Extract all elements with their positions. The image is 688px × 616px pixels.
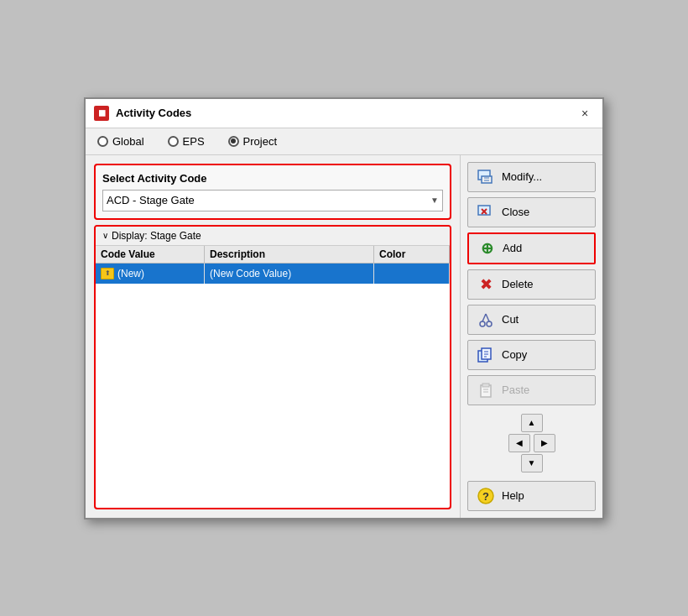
paste-button[interactable]: Paste [467, 375, 596, 405]
chevron-icon: ∨ [102, 231, 108, 240]
col-header-color: Color [374, 246, 450, 263]
main-area: Select Activity Code ACD - Stage Gate ▼ … [86, 155, 602, 518]
arrow-left-button[interactable]: ◀ [508, 434, 530, 452]
svg-text:?: ? [482, 490, 489, 503]
copy-icon [477, 346, 495, 364]
radio-circle-eps [168, 136, 179, 147]
col-header-code: Code Value [96, 246, 205, 263]
app-icon: ◼ [94, 106, 109, 121]
svg-line-9 [482, 314, 486, 321]
table-header: Code Value Description Color [96, 246, 450, 264]
cut-button[interactable]: Cut [467, 305, 596, 335]
help-icon: ? [477, 487, 495, 505]
add-button[interactable]: ⊕ Add [467, 232, 596, 264]
dropdown-arrow-icon: ▼ [430, 196, 439, 205]
delete-icon: ✖ [477, 275, 495, 294]
radio-circle-project [228, 136, 239, 147]
window-close-button[interactable]: × [576, 104, 594, 123]
paste-icon [477, 381, 495, 399]
radio-eps-label: EPS [183, 135, 205, 148]
nav-arrows: ▲ ◀ ▶ ▼ [467, 414, 596, 472]
paste-label: Paste [502, 384, 529, 396]
code-value: (New) [117, 268, 144, 279]
radio-global-label: Global [112, 135, 144, 148]
svg-rect-1 [482, 176, 492, 183]
arrow-up-button[interactable]: ▲ [521, 414, 543, 432]
close-icon [477, 203, 495, 222]
modify-button[interactable]: Modify... [467, 162, 596, 192]
cell-description: (New Code Value) [205, 264, 374, 284]
add-icon: ⊕ [477, 239, 496, 258]
radio-project[interactable]: Project [228, 135, 277, 148]
select-section-label: Select Activity Code [102, 172, 443, 185]
delete-label: Delete [502, 278, 534, 290]
arrow-row-middle: ◀ ▶ [508, 434, 555, 452]
svg-point-7 [480, 321, 485, 326]
close-button[interactable]: Close [467, 197, 596, 227]
title-bar: ◼ Activity Codes × [86, 99, 602, 128]
display-section: ∨ Display: Stage Gate Code Value Descrip… [94, 225, 451, 509]
col-header-description: Description [205, 246, 374, 263]
table-body: (New) (New Code Value) [96, 264, 450, 508]
close-label: Close [502, 206, 529, 218]
arrow-right-button[interactable]: ▶ [534, 434, 555, 452]
activity-codes-dialog: ◼ Activity Codes × Global EPS Project Se… [84, 97, 604, 519]
radio-circle-global [97, 136, 108, 147]
svg-rect-17 [482, 384, 489, 387]
radio-group: Global EPS Project [86, 128, 602, 155]
modify-label: Modify... [502, 170, 542, 183]
title-bar-left: ◼ Activity Codes [94, 106, 191, 121]
svg-point-8 [487, 321, 492, 326]
copy-label: Copy [502, 348, 527, 361]
help-button[interactable]: ? Help [467, 481, 596, 511]
svg-line-10 [486, 314, 489, 321]
modify-icon [477, 168, 495, 186]
svg-rect-4 [478, 206, 490, 215]
arrow-down-button[interactable]: ▼ [521, 454, 543, 472]
left-panel: Select Activity Code ACD - Stage Gate ▼ … [86, 155, 460, 518]
activity-code-value: ACD - Stage Gate [107, 194, 430, 206]
display-header-label: Display: Stage Gate [112, 230, 201, 242]
cut-label: Cut [502, 313, 519, 326]
arrow-row-down: ▼ [521, 454, 543, 472]
arrow-row-up: ▲ [521, 414, 543, 432]
display-header: ∨ Display: Stage Gate [96, 227, 450, 246]
cut-icon [477, 311, 495, 329]
table-row[interactable]: (New) (New Code Value) [96, 264, 450, 284]
delete-button[interactable]: ✖ Delete [467, 269, 596, 300]
cell-code: (New) [96, 264, 205, 284]
help-label: Help [502, 489, 524, 502]
radio-eps[interactable]: EPS [168, 135, 205, 148]
cell-color [374, 264, 450, 284]
right-panel: Modify... Close ⊕ Add [460, 155, 602, 518]
radio-project-label: Project [243, 135, 277, 148]
add-label: Add [503, 242, 522, 254]
activity-code-dropdown[interactable]: ACD - Stage Gate ▼ [102, 190, 443, 211]
radio-global[interactable]: Global [97, 135, 144, 148]
select-activity-code-section: Select Activity Code ACD - Stage Gate ▼ [94, 164, 451, 220]
row-icon [101, 268, 114, 279]
dialog-title: Activity Codes [116, 107, 191, 119]
copy-button[interactable]: Copy [467, 340, 596, 370]
